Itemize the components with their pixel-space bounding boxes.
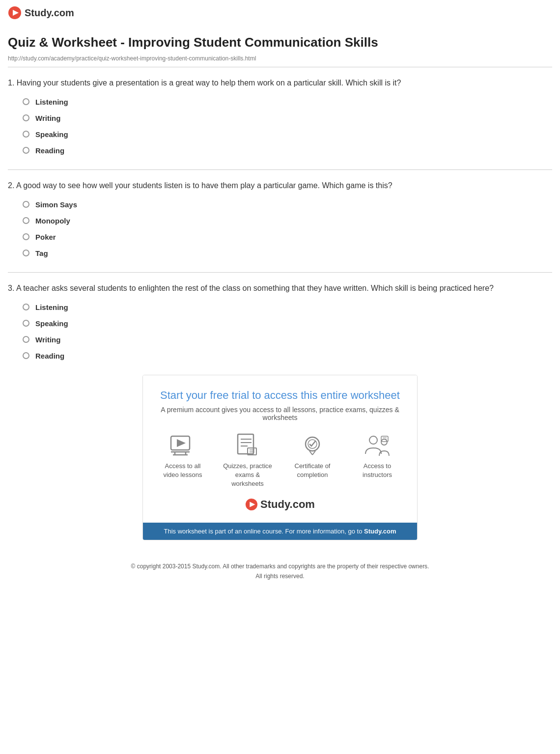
title-divider — [8, 67, 552, 67]
list-item[interactable]: Reading — [23, 352, 552, 360]
quiz-icon — [234, 433, 261, 458]
list-item[interactable]: Writing — [23, 114, 552, 122]
video-icon — [169, 433, 196, 458]
option-label: Speaking — [35, 130, 68, 139]
option-label: Speaking — [35, 319, 68, 328]
list-item[interactable]: Writing — [23, 335, 552, 344]
radio-speaking-3[interactable] — [23, 320, 29, 327]
option-label: Reading — [35, 146, 64, 155]
question-1-options: Listening Writing Speaking Reading — [8, 98, 552, 155]
feature-quizzes: Quizzes, practice exams & worksheets — [223, 433, 273, 489]
radio-tag[interactable] — [23, 250, 29, 256]
logo: Study.com — [8, 6, 74, 20]
list-item[interactable]: Monopoly — [23, 217, 552, 225]
free-trial-inner: Start your free trial to access this ent… — [143, 375, 417, 523]
radio-listening-1[interactable] — [23, 98, 29, 105]
logo-text: Study.com — [25, 7, 74, 19]
question-2-text: 2. A good way to see how well your stude… — [8, 180, 552, 192]
option-label: Listening — [35, 98, 68, 106]
list-item[interactable]: Speaking — [23, 319, 552, 328]
page-url: http://study.com/academy/practice/quiz-w… — [8, 55, 552, 62]
question-1-text: 1. Having your students give a presentat… — [8, 77, 552, 89]
feature-certificate: Certificate of completion — [287, 433, 337, 489]
option-label: Writing — [35, 335, 60, 344]
radio-reading-1[interactable] — [23, 147, 29, 154]
question-3-block: 3. A teacher asks several students to en… — [8, 282, 552, 360]
instructor-label: Access to instructors — [352, 462, 402, 479]
page-title: Quiz & Worksheet - Improving Student Com… — [8, 34, 552, 51]
quiz-label: Quizzes, practice exams & worksheets — [223, 462, 273, 489]
question-2-options: Simon Says Monopoly Poker Tag — [8, 200, 552, 257]
svg-point-20 — [381, 439, 387, 445]
rights-text: All rights reserved. — [16, 572, 544, 581]
main-content: Quiz & Worksheet - Improving Student Com… — [0, 25, 560, 591]
info-bar-link[interactable]: Study.com — [364, 528, 396, 535]
question-3-options: Listening Speaking Writing Reading — [8, 303, 552, 360]
option-label: Poker — [35, 233, 56, 241]
radio-simonsays[interactable] — [23, 201, 29, 208]
option-label: Writing — [35, 114, 60, 122]
free-trial-box: Start your free trial to access this ent… — [142, 375, 418, 541]
option-label: Tag — [35, 249, 48, 257]
svg-point-19 — [369, 436, 377, 444]
study-logo-footer-text: Study.com — [260, 498, 315, 511]
free-trial-subtitle: A premium account gives you access to al… — [158, 406, 402, 421]
radio-speaking-1[interactable] — [23, 131, 29, 138]
option-label: Reading — [35, 352, 64, 360]
info-bar-text: This worksheet is part of an online cour… — [164, 528, 362, 535]
option-label: Monopoly — [35, 217, 70, 225]
copyright-footer: © copyright 2003-2015 Study.com. All oth… — [8, 555, 552, 590]
list-item[interactable]: Listening — [23, 303, 552, 311]
q1-divider — [8, 169, 552, 170]
radio-writing-3[interactable] — [23, 336, 29, 343]
list-item[interactable]: Speaking — [23, 130, 552, 139]
radio-poker[interactable] — [23, 233, 29, 240]
radio-monopoly[interactable] — [23, 217, 29, 224]
svg-rect-8 — [238, 434, 253, 454]
question-1-block: 1. Having your students give a presentat… — [8, 77, 552, 155]
header: Study.com — [0, 0, 560, 25]
radio-writing-1[interactable] — [23, 114, 29, 121]
list-item[interactable]: Reading — [23, 146, 552, 155]
q2-divider — [8, 272, 552, 273]
radio-reading-3[interactable] — [23, 352, 29, 359]
copyright-text: © copyright 2003-2015 Study.com. All oth… — [16, 562, 544, 571]
question-3-text: 3. A teacher asks several students to en… — [8, 282, 552, 294]
list-item[interactable]: Listening — [23, 98, 552, 106]
free-trial-title: Start your free trial to access this ent… — [158, 389, 402, 402]
certificate-icon — [299, 433, 326, 458]
feature-video: Access to all video lessons — [158, 433, 208, 489]
option-label: Listening — [35, 303, 68, 311]
certificate-label: Certificate of completion — [287, 462, 337, 479]
instructor-icon — [364, 433, 391, 458]
option-label: Simon Says — [35, 200, 77, 209]
question-2-block: 2. A good way to see how well your stude… — [8, 180, 552, 257]
study-logo-footer: Study.com — [158, 498, 402, 511]
list-item[interactable]: Poker — [23, 233, 552, 241]
info-bar: This worksheet is part of an online cour… — [143, 523, 417, 540]
study-logo-icon-footer — [245, 498, 258, 511]
radio-listening-3[interactable] — [23, 304, 29, 310]
list-item[interactable]: Tag — [23, 249, 552, 257]
svg-marker-3 — [177, 439, 186, 447]
feature-instructors: Access to instructors — [352, 433, 402, 489]
list-item[interactable]: Simon Says — [23, 200, 552, 209]
features-row: Access to all video lessons Quizzes, pra… — [158, 433, 402, 489]
study-logo-icon — [8, 6, 22, 20]
video-label: Access to all video lessons — [158, 462, 208, 479]
